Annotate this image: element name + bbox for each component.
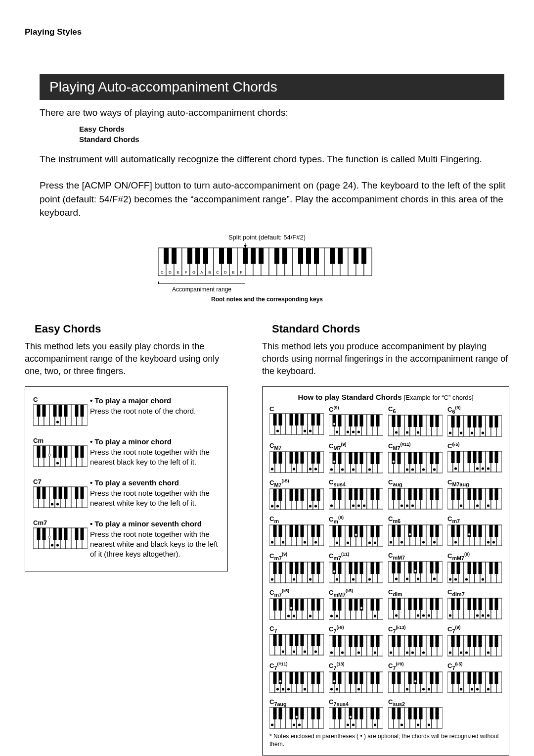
svg-rect-841 xyxy=(338,708,342,719)
svg-rect-823 xyxy=(301,708,304,719)
svg-rect-650 xyxy=(273,634,277,646)
svg-rect-107 xyxy=(43,487,46,499)
mini-keyboard-icon xyxy=(269,707,324,729)
svg-rect-759 xyxy=(355,672,358,684)
svg-rect-713 xyxy=(451,635,455,647)
svg-rect-485 xyxy=(295,562,299,574)
svg-point-194 xyxy=(417,431,419,433)
easy-row: Cm7• To play a minor seventh chordPress … xyxy=(33,519,222,559)
svg-rect-233 xyxy=(312,452,315,464)
svg-rect-863 xyxy=(408,708,412,719)
svg-rect-232 xyxy=(301,452,304,464)
easy-row: Cm• To play a minor chordPress the root … xyxy=(33,437,222,467)
svg-rect-569 xyxy=(295,599,299,611)
paragraph-2: Press the [ACMP ON/OFF] button to turn a… xyxy=(40,179,509,220)
svg-rect-189 xyxy=(408,415,412,427)
chord-cell: CM7(#11) xyxy=(388,442,443,473)
mini-keyboard-icon xyxy=(269,598,324,620)
svg-rect-694 xyxy=(408,635,412,647)
svg-rect-339 xyxy=(360,488,363,500)
chord-cell: CM7aug xyxy=(447,478,502,510)
svg-point-471 xyxy=(468,533,471,535)
svg-point-576 xyxy=(290,607,293,609)
mini-keyboard-icon xyxy=(329,598,383,620)
svg-rect-547 xyxy=(468,562,471,574)
svg-rect-44 xyxy=(227,248,232,264)
mini-keyboard-icon xyxy=(329,414,383,436)
svg-point-385 xyxy=(460,504,462,507)
svg-point-235 xyxy=(309,468,312,470)
svg-rect-340 xyxy=(371,488,374,500)
svg-rect-698 xyxy=(436,635,439,647)
mini-keyboard-icon xyxy=(447,598,502,619)
svg-point-849 xyxy=(374,724,376,726)
svg-rect-251 xyxy=(349,452,353,464)
svg-rect-631 xyxy=(468,598,471,610)
svg-rect-779 xyxy=(408,672,412,684)
svg-rect-696 xyxy=(419,635,423,647)
svg-rect-402 xyxy=(317,525,320,537)
chord-cell: Cm7 xyxy=(447,515,502,547)
svg-rect-546 xyxy=(457,562,460,574)
svg-point-699 xyxy=(422,651,425,654)
svg-rect-38 xyxy=(164,248,169,264)
svg-rect-864 xyxy=(414,708,417,719)
svg-point-808 xyxy=(476,688,479,690)
svg-rect-53 xyxy=(330,248,335,264)
svg-rect-799 xyxy=(457,672,460,684)
chord-name: CM7(9) xyxy=(329,442,383,451)
svg-rect-760 xyxy=(360,672,363,684)
intro-item-1: Easy Chords xyxy=(79,124,509,134)
svg-point-259 xyxy=(341,469,344,471)
svg-rect-439 xyxy=(392,525,396,537)
svg-point-742 xyxy=(276,688,279,690)
svg-rect-55 xyxy=(354,248,358,264)
svg-point-114 xyxy=(56,503,59,506)
svg-point-425 xyxy=(336,541,338,544)
svg-rect-782 xyxy=(430,672,434,684)
std-box-title: How to play Standard Chords xyxy=(298,393,401,401)
mini-keyboard-icon xyxy=(388,452,443,473)
svg-point-511 xyxy=(336,578,338,580)
svg-rect-274 xyxy=(414,452,417,464)
svg-rect-467 xyxy=(495,525,498,537)
chord-cell: C7(♭13) xyxy=(388,625,443,657)
svg-rect-740 xyxy=(317,672,320,684)
svg-point-615 xyxy=(395,614,398,616)
svg-point-404 xyxy=(282,541,284,543)
svg-point-470 xyxy=(492,541,495,543)
svg-point-616 xyxy=(417,614,419,616)
svg-rect-397 xyxy=(279,525,282,537)
svg-rect-697 xyxy=(430,635,434,647)
svg-point-680 xyxy=(374,651,376,654)
svg-rect-39 xyxy=(172,248,177,264)
svg-point-172 xyxy=(357,430,360,433)
svg-point-113 xyxy=(51,503,53,506)
svg-point-153 xyxy=(276,430,279,432)
svg-point-787 xyxy=(414,680,417,682)
svg-point-217 xyxy=(482,432,484,434)
svg-rect-653 xyxy=(295,634,299,646)
svg-rect-503 xyxy=(338,562,342,574)
chord-name: C7sus4 xyxy=(329,698,383,707)
svg-rect-444 xyxy=(430,525,434,537)
chord-name: C6 xyxy=(388,405,443,414)
svg-point-741 xyxy=(287,688,290,690)
chord-name: C7(♭5) xyxy=(447,662,502,671)
svg-rect-298 xyxy=(490,451,493,463)
svg-point-636 xyxy=(449,614,451,616)
svg-rect-758 xyxy=(349,672,353,684)
svg-rect-234 xyxy=(317,452,320,464)
svg-rect-611 xyxy=(414,598,417,610)
svg-rect-277 xyxy=(436,452,439,464)
svg-point-637 xyxy=(482,614,484,616)
svg-text:E: E xyxy=(177,270,179,275)
split-point-label: Split point (default: 54/F#2) xyxy=(25,234,509,241)
svg-rect-508 xyxy=(376,562,380,574)
svg-point-574 xyxy=(293,614,295,617)
svg-rect-356 xyxy=(392,488,396,500)
svg-rect-445 xyxy=(436,525,439,537)
keyboard-full-icon: CDEFGABCDEF xyxy=(158,243,376,282)
svg-rect-674 xyxy=(355,635,358,647)
svg-point-489 xyxy=(293,578,295,580)
